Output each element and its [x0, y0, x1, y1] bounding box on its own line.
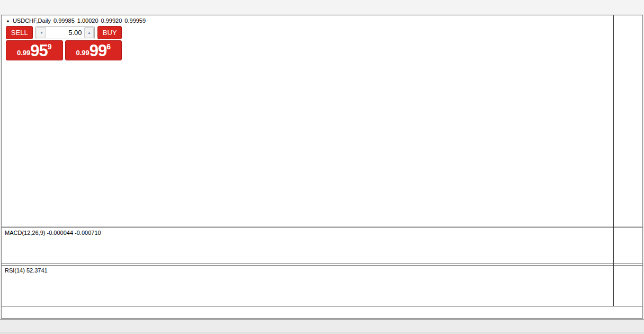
chart-plot-stack: MACD(12,26,9) -0.000044 -0.000710 RSI(14… — [2, 15, 642, 318]
bid-big-digits: 95 — [30, 42, 47, 59]
macd-pane[interactable]: MACD(12,26,9) -0.000044 -0.000710 — [2, 228, 642, 263]
price-axis-separator — [613, 15, 614, 306]
chart-tab-bar — [0, 319, 644, 332]
bid-quote[interactable]: 0.99959 — [6, 40, 63, 60]
volume-input[interactable] — [47, 27, 84, 39]
collapse-panel-icon[interactable]: ▲ — [6, 19, 10, 23]
ask-prefix: 0.99 — [76, 49, 89, 57]
sell-button[interactable]: SELL — [6, 26, 33, 39]
volume-decrease-icon[interactable]: ▼ — [37, 27, 46, 38]
chart-window-usdchf[interactable]: MACD(12,26,9) -0.000044 -0.000710 RSI(14… — [1, 15, 643, 319]
date-axis[interactable] — [2, 306, 642, 318]
ohlc-high: 1.00020 — [77, 17, 99, 24]
volume-box: ▼ ▲ — [35, 26, 95, 39]
ask-big-digits: 99 — [90, 42, 106, 59]
ohlc-open: 0.99985 — [53, 17, 75, 24]
bid-prefix: 0.99 — [17, 49, 30, 57]
buy-button[interactable]: BUY — [97, 26, 122, 39]
status-strip — [0, 332, 644, 334]
chart-header: ▲ USDCHF,Daily 0.99985 1.00020 0.99920 0… — [6, 17, 146, 24]
ask-pip-digit: 6 — [106, 42, 111, 51]
ask-quote[interactable]: 0.99996 — [65, 40, 122, 60]
volume-increase-icon[interactable]: ▲ — [84, 27, 94, 38]
rsi-pane[interactable]: RSI(14) 52.3741 — [2, 266, 642, 306]
ohlc-low: 0.99920 — [101, 17, 122, 24]
macd-label: MACD(12,26,9) -0.000044 -0.000710 — [5, 230, 101, 236]
timeframe-toolbar — [0, 0, 644, 14]
mt4-workspace: MACD(12,26,9) -0.000044 -0.000710 RSI(14… — [0, 0, 644, 334]
rsi-label: RSI(14) 52.3741 — [5, 267, 48, 274]
bid-pip-digit: 9 — [48, 42, 52, 51]
ohlc-close: 0.99959 — [124, 17, 146, 24]
one-click-trade-panel: SELL ▼ ▲ BUY 0.99959 0.99996 — [6, 26, 122, 60]
chart-title: USDCHF,Daily — [13, 17, 51, 24]
